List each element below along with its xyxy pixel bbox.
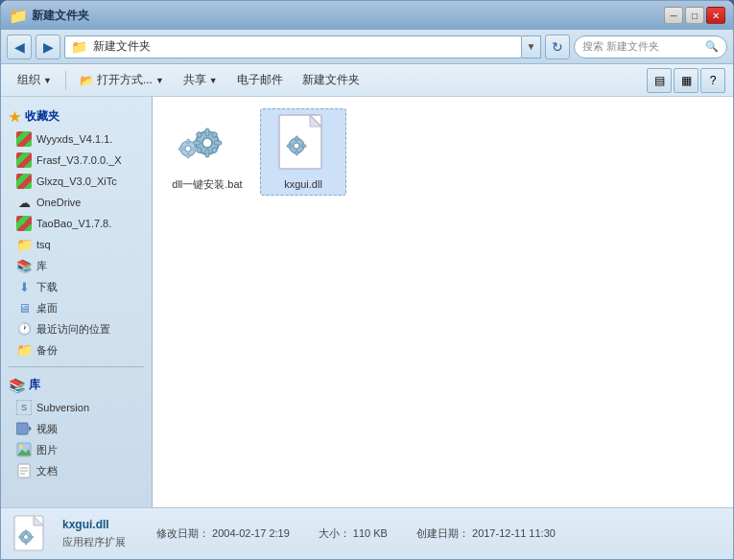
view-list-button[interactable]: ▦	[674, 68, 698, 93]
sidebar-label-download: 下载	[36, 280, 58, 294]
view-help-button[interactable]: ?	[700, 68, 725, 93]
size-value: 110 KB	[353, 527, 388, 539]
sidebar-item-ku[interactable]: 📚 库	[1, 255, 152, 276]
sidebar-item-image[interactable]: 图片	[1, 439, 152, 460]
sidebar-label-ku: 库	[36, 259, 47, 273]
recent-icon: 🕐	[16, 321, 32, 337]
view-buttons: ▤ ▦ ?	[647, 68, 725, 93]
dll-file-icon	[272, 113, 334, 175]
share-dropdown-icon: ▼	[209, 76, 218, 85]
svg-rect-21	[187, 139, 190, 144]
sidebar-item-video[interactable]: 视频	[1, 418, 152, 439]
address-path[interactable]: 📁 新建文件夹	[64, 35, 522, 58]
window-controls: ─ □ ✕	[664, 7, 725, 24]
maximize-button[interactable]: □	[685, 7, 704, 24]
view-toggle-button[interactable]: ▤	[647, 68, 672, 93]
file-area: dll一键安装.bat	[153, 97, 733, 507]
status-bar: kxgui.dll 应用程序扩展 修改日期： 2004-02-17 2:19 大…	[1, 507, 733, 559]
bat-file-icon	[177, 112, 238, 174]
sidebar-item-recent[interactable]: 🕐 最近访问的位置	[1, 318, 152, 339]
sidebar-item-onedrive[interactable]: ☁ OneDrive	[1, 192, 152, 213]
title-bar: 📁 新建文件夹 ─ □ ✕	[1, 1, 733, 30]
sidebar-label-onedrive: OneDrive	[36, 197, 81, 208]
new-folder-label: 新建文件夹	[302, 72, 360, 88]
striped-icon-3	[16, 174, 32, 189]
back-button[interactable]: ◀	[7, 35, 32, 59]
svg-rect-22	[187, 153, 190, 158]
toolbar: 组织 ▼ 📂 打开方式... ▼ 共享 ▼ 电子邮件 新建文件夹 ▤ ▦ ?	[1, 64, 733, 97]
sidebar-label-desktop: 桌面	[36, 301, 58, 315]
lib-icon: 📚	[16, 258, 32, 273]
open-with-label: 打开方式...	[97, 72, 153, 88]
file-item-bat[interactable]: dll一键安装.bat	[164, 108, 250, 196]
close-button[interactable]: ✕	[706, 7, 725, 24]
sidebar-label-frasf: Frasf_V3.7.0.0._X	[36, 154, 122, 166]
svg-rect-15	[214, 141, 222, 145]
created-date: 2017-12-11 11:30	[472, 527, 556, 539]
minimize-button[interactable]: ─	[664, 7, 683, 24]
sidebar-item-backup[interactable]: 📁 备份	[1, 339, 152, 361]
modified-label: 修改日期：	[156, 527, 209, 539]
download-icon: ⬇	[16, 279, 32, 294]
status-size: 大小： 110 KB	[319, 526, 388, 541]
sidebar-item-desktop[interactable]: 🖥 桌面	[1, 297, 152, 318]
svg-text:S: S	[21, 403, 27, 412]
toolbar-separator-1	[65, 71, 66, 90]
refresh-button[interactable]: ↻	[545, 35, 570, 59]
svg-point-35	[24, 534, 29, 539]
desktop-icon: 🖥	[16, 300, 32, 315]
address-text: 新建文件夹	[93, 38, 151, 55]
sidebar-item-tsq[interactable]: 📁 tsq	[1, 234, 152, 255]
sidebar-item-wyyxds[interactable]: Wyyxds_V4.1.1.	[1, 128, 152, 150]
striped-icon	[16, 131, 32, 147]
status-file-icon	[12, 515, 51, 553]
sidebar-label-taobao: TaoBao_V1.7.8.	[36, 218, 111, 229]
status-modified: 修改日期： 2004-02-17 2:19	[156, 526, 290, 541]
svg-rect-24	[193, 148, 198, 151]
svg-rect-31	[287, 145, 292, 148]
folder-icon-tsq: 📁	[16, 237, 32, 252]
sidebar-item-subversion[interactable]: S Subversion	[1, 397, 152, 418]
dll-file-label: kxgui.dll	[284, 178, 322, 190]
search-box[interactable]: 搜索 新建文件夹 🔍	[574, 35, 727, 58]
svg-rect-32	[301, 145, 306, 148]
lib-section-header[interactable]: 📚 库	[1, 373, 152, 397]
search-icon[interactable]: 🔍	[705, 40, 719, 53]
striped-icon-4	[16, 216, 32, 231]
sidebar-item-frasf[interactable]: Frasf_V3.7.0.0._X	[1, 150, 152, 171]
favorites-header[interactable]: ★ 收藏夹	[1, 105, 152, 128]
sidebar-item-glxzq[interactable]: Glxzq_V3.0_XiTc	[1, 171, 152, 192]
svg-rect-13	[205, 150, 209, 157]
sidebar-label-video: 视频	[36, 422, 58, 436]
sidebar-item-taobao[interactable]: TaoBao_V1.7.8.	[1, 213, 152, 234]
status-filetype: 应用程序扩展	[62, 535, 126, 549]
email-button[interactable]: 电子邮件	[228, 67, 292, 94]
lib-icon-header: 📚	[9, 378, 25, 393]
sidebar-divider-1	[9, 366, 144, 367]
status-info: kxgui.dll 应用程序扩展	[62, 518, 126, 549]
file-item-dll[interactable]: kxgui.dll	[260, 108, 346, 196]
sidebar-label-backup: 备份	[36, 343, 58, 358]
organize-button[interactable]: 组织 ▼	[9, 67, 60, 94]
svg-rect-39	[30, 536, 34, 538]
sidebar-item-doc[interactable]: 文档	[1, 460, 152, 481]
bat-file-label: dll一键安装.bat	[172, 177, 242, 192]
address-dropdown[interactable]: ▼	[522, 35, 541, 58]
doc-icon	[16, 463, 32, 478]
lib-label: 库	[29, 377, 40, 393]
svg-rect-23	[178, 148, 183, 151]
forward-button[interactable]: ▶	[36, 35, 60, 59]
sidebar-label-subversion: Subversion	[36, 402, 89, 413]
size-label: 大小：	[319, 527, 350, 539]
search-placeholder: 搜索 新建文件夹	[582, 39, 659, 54]
subversion-icon: S	[16, 400, 32, 415]
share-button[interactable]: 共享 ▼	[175, 67, 226, 94]
svg-rect-38	[19, 536, 23, 538]
address-bar: ◀ ▶ 📁 新建文件夹 ▼ ↻ 搜索 新建文件夹 🔍	[1, 30, 733, 64]
status-created: 创建日期： 2017-12-11 11:30	[416, 526, 556, 541]
new-folder-button[interactable]: 新建文件夹	[294, 67, 368, 94]
sidebar-label-recent: 最近访问的位置	[36, 322, 110, 337]
open-with-button[interactable]: 📂 打开方式... ▼	[71, 67, 173, 94]
star-icon: ★	[9, 109, 21, 125]
sidebar-item-download[interactable]: ⬇ 下载	[1, 276, 152, 297]
